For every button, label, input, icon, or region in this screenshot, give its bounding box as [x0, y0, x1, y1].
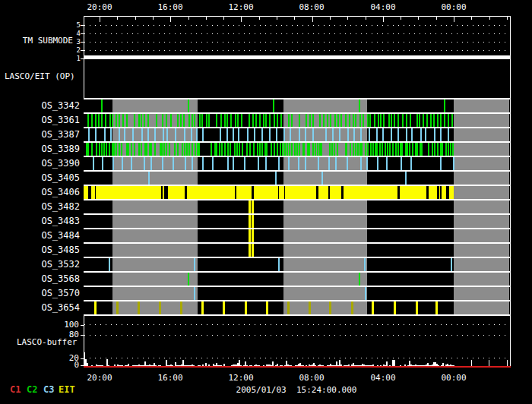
event-tick — [337, 143, 338, 156]
event-tick — [177, 143, 179, 156]
event-tick — [98, 114, 100, 127]
event-tick — [435, 301, 438, 314]
os-row-label: OS_3389 — [21, 144, 80, 154]
event-bar-gap — [161, 186, 163, 199]
event-tick — [162, 157, 163, 170]
axis-minor-tick — [366, 17, 366, 20]
event-tick — [194, 114, 195, 127]
event-tick — [421, 143, 423, 156]
event-tick — [315, 143, 316, 156]
event-tick — [238, 128, 239, 141]
observation-window-band — [283, 172, 367, 185]
os-row-OS_3361 — [84, 114, 510, 127]
event-tick — [420, 128, 422, 141]
axis-minor-tick — [135, 17, 136, 20]
event-bar-gap — [397, 186, 400, 199]
event-tick — [258, 157, 259, 170]
axis-major-tick — [454, 17, 454, 22]
os-row-OS_3406 — [84, 186, 510, 199]
event-tick — [131, 143, 132, 156]
event-tick — [397, 114, 399, 127]
time-label-bottom: 00:00 — [436, 373, 471, 383]
event-tick — [269, 114, 271, 127]
event-tick — [299, 143, 300, 156]
event-tick — [359, 273, 360, 286]
event-tick — [202, 157, 204, 170]
event-tick — [377, 157, 378, 170]
event-tick — [195, 143, 196, 156]
event-tick — [346, 143, 347, 156]
event-tick — [104, 128, 106, 141]
observation-window-band — [112, 99, 198, 112]
row-band-bottom-line — [84, 314, 511, 316]
event-tick — [119, 143, 120, 156]
event-tick — [355, 114, 356, 127]
event-tick — [394, 301, 396, 314]
axis-minor-tick — [294, 17, 295, 20]
event-tick — [261, 143, 263, 156]
event-tick — [183, 114, 185, 127]
event-tick — [211, 143, 212, 156]
event-tick — [147, 128, 149, 141]
os-row-label: OS_3361 — [21, 115, 80, 125]
observation-window-band — [454, 301, 509, 314]
event-tick — [99, 143, 100, 156]
event-tick — [112, 114, 113, 127]
event-tick — [335, 157, 337, 170]
event-tick — [144, 114, 145, 127]
os-row-label: OS_3482 — [21, 202, 80, 212]
observation-window-band — [283, 200, 367, 213]
buffer-y-tick-label: 0 — [58, 361, 79, 370]
event-tick — [141, 114, 142, 127]
os-row-OS_3342 — [84, 99, 510, 112]
observation-window-band — [454, 186, 509, 199]
tm-y-tick-label: 1 — [73, 55, 81, 62]
tm-y-tick — [81, 25, 84, 26]
event-tick — [116, 301, 119, 314]
event-tick — [126, 114, 128, 127]
event-bar-gap — [235, 186, 236, 199]
event-tick — [347, 128, 349, 141]
event-tick — [353, 128, 355, 141]
event-tick — [138, 301, 140, 314]
observation-window-band — [283, 301, 367, 314]
event-tick — [109, 114, 111, 127]
event-tick — [450, 143, 451, 156]
event-tick — [383, 114, 385, 127]
observation-window-band — [454, 258, 509, 271]
event-bar-gap — [284, 186, 286, 199]
event-tick — [124, 128, 125, 141]
event-tick — [401, 157, 402, 170]
os-row-label: OS_3485 — [21, 245, 80, 255]
event-tick — [230, 114, 232, 127]
event-tick — [275, 172, 277, 185]
event-tick — [249, 229, 251, 242]
event-bar-gap — [341, 186, 344, 199]
event-tick — [426, 114, 428, 127]
event-tick — [312, 128, 314, 141]
event-tick — [192, 143, 193, 156]
event-tick — [351, 301, 353, 314]
event-tick — [95, 128, 97, 141]
event-tick — [349, 114, 350, 127]
event-tick — [448, 143, 449, 156]
event-tick — [106, 143, 107, 156]
event-tick — [382, 128, 384, 141]
event-tick — [309, 301, 311, 314]
event-tick — [394, 114, 395, 127]
event-tick — [318, 157, 319, 170]
observation-window-band — [454, 157, 509, 170]
event-tick — [110, 128, 112, 141]
os-row-OS_3570 — [84, 287, 510, 300]
event-tick — [254, 128, 255, 141]
event-tick — [323, 114, 325, 127]
axis-minor-tick — [401, 17, 401, 20]
event-tick — [291, 143, 293, 156]
event-tick — [401, 143, 403, 156]
os-row-label: OS_3483 — [21, 216, 80, 226]
event-tick — [433, 114, 435, 127]
event-tick — [154, 128, 156, 141]
observation-window-band — [283, 215, 367, 228]
event-tick — [410, 157, 412, 170]
buffer-y-tick-label: 80 — [58, 330, 79, 339]
